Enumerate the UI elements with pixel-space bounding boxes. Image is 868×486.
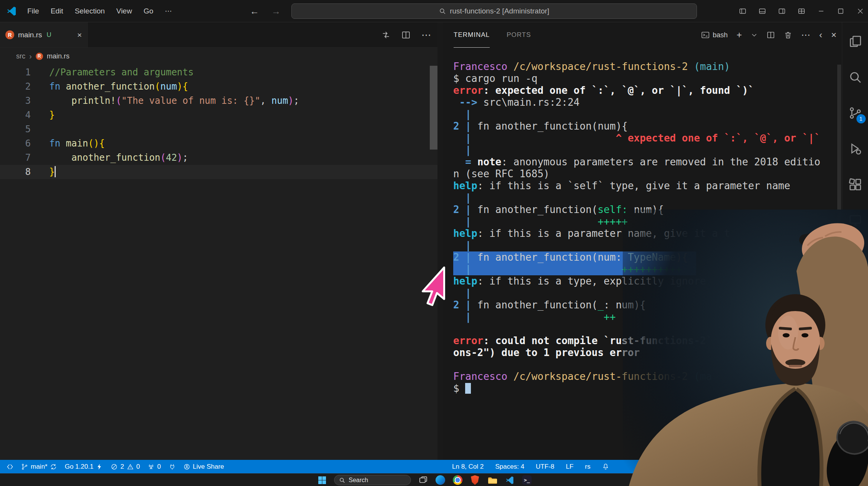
editor-cursor (55, 166, 56, 177)
brave-icon[interactable] (470, 475, 480, 485)
chrome-icon[interactable] (452, 475, 463, 485)
remote-indicator[interactable] (3, 460, 17, 473)
taskbar-search[interactable]: Search (334, 475, 411, 485)
go-version-label: Go 1.20.1 (65, 463, 93, 471)
tab-close-icon[interactable]: × (77, 30, 82, 40)
terminal-line: | (453, 192, 842, 204)
run-and-debug-icon[interactable] (848, 142, 862, 156)
error-count: 2 (120, 463, 124, 471)
code-line: 7 another_function(42); (0, 151, 437, 165)
source-control-icon[interactable]: 1 (848, 106, 862, 120)
split-editor-icon[interactable] (401, 30, 411, 40)
menu-go[interactable]: Go (138, 0, 159, 22)
split-terminal-icon[interactable] (767, 31, 775, 39)
terminal-line: $ cargo run -q (453, 73, 842, 85)
line-number: 7 (0, 151, 31, 165)
customize-layout-icon[interactable] (798, 7, 805, 15)
terminal-toolbar: bash + ⋯ ‹ × (701, 22, 836, 48)
start-button[interactable] (317, 475, 327, 485)
code-line: 4} (0, 108, 437, 122)
rust-file-icon: R (36, 53, 43, 60)
explorer-icon[interactable] (848, 35, 862, 48)
tab-main-rs[interactable]: R main.rs U × (0, 22, 88, 47)
tab-label: main.rs (18, 31, 42, 39)
compare-changes-icon[interactable] (381, 30, 391, 40)
new-terminal-button[interactable]: + (737, 31, 742, 39)
editor-scrollbar[interactable] (430, 66, 437, 150)
live-share-label: Live Share (193, 463, 224, 471)
code-line: 8} (0, 165, 437, 179)
sync-icon (50, 463, 57, 470)
live-share-button[interactable]: Live Share (180, 460, 228, 473)
eol-sequence[interactable]: LF (566, 463, 574, 471)
menu-file[interactable]: File (22, 0, 45, 22)
menu-overflow[interactable]: ⋯ (159, 0, 178, 22)
bell-icon[interactable] (602, 463, 609, 470)
problems-indicator[interactable]: 2 0 (107, 460, 143, 473)
editor-panel-sash[interactable] (437, 22, 443, 460)
scm-badge: 1 (856, 114, 866, 123)
layout-sidebar-right-icon[interactable] (778, 7, 786, 15)
search-icon[interactable] (848, 70, 862, 84)
nav-forward-button[interactable]: → (271, 0, 281, 22)
edge-icon[interactable] (435, 475, 446, 485)
line-number: 2 (0, 80, 31, 94)
nav-back-button[interactable]: ← (250, 0, 259, 22)
terminal-more-actions-icon[interactable]: ⋯ (801, 31, 810, 39)
lightning-icon (96, 463, 103, 470)
menu-bar: File Edit Selection View Go ⋯ (22, 0, 178, 22)
close-icon[interactable] (856, 7, 864, 15)
panel-header: TERMINAL PORTS bash + ⋯ ‹ × (443, 22, 842, 48)
shell-label: bash (713, 31, 728, 39)
file-explorer-icon[interactable] (487, 475, 497, 485)
close-panel-icon[interactable]: × (831, 31, 836, 39)
line-number: 3 (0, 94, 31, 108)
terminal-app-icon[interactable]: >_ (522, 475, 532, 485)
mouse-cursor (416, 266, 448, 309)
task-view-icon[interactable] (418, 475, 428, 485)
language-mode[interactable]: rs (585, 463, 590, 471)
shell-indicator[interactable]: bash (701, 31, 728, 39)
terminal-line: n (see RFC 1685) (453, 168, 842, 180)
ports-indicator[interactable]: 0 (144, 460, 164, 473)
code-editor[interactable]: 1//Parameters and arguments2fn another_f… (0, 65, 437, 460)
breadcrumb-folder[interactable]: src (16, 52, 25, 60)
kill-terminal-icon[interactable] (784, 31, 792, 39)
extensions-icon[interactable] (848, 178, 862, 191)
webcam-overlay (623, 210, 868, 486)
terminal-line: | (453, 144, 842, 156)
cursor-position[interactable]: Ln 8, Col 2 (452, 463, 484, 471)
taskbar-center: Search >_ (317, 474, 532, 486)
code-lines: 1//Parameters and arguments2fn another_f… (0, 65, 437, 460)
line-number: 8 (0, 165, 31, 179)
launch-indicator[interactable] (165, 460, 179, 473)
panel-chevron-left-icon[interactable]: ‹ (819, 31, 822, 39)
editor-more-actions-icon[interactable]: ⋯ (421, 30, 431, 40)
code-line: 1//Parameters and arguments (0, 65, 437, 80)
vscode-taskbar-icon[interactable] (504, 475, 515, 485)
menu-view[interactable]: View (111, 0, 138, 22)
go-version-indicator[interactable]: Go 1.20.1 (61, 460, 106, 473)
tab-ports[interactable]: PORTS (507, 22, 531, 48)
layout-sidebar-left-icon[interactable] (739, 7, 747, 15)
editor-actions: ⋯ (381, 22, 431, 47)
indentation[interactable]: Spaces: 4 (495, 463, 524, 471)
minimize-icon[interactable] (817, 7, 825, 15)
warning-count: 0 (136, 463, 140, 471)
editor-tab-bar: R main.rs U × ⋯ (0, 22, 437, 48)
vscode-logo-icon (6, 6, 17, 17)
chevron-down-icon[interactable] (751, 32, 758, 38)
maximize-icon[interactable] (837, 7, 845, 15)
command-center-search[interactable]: rust-functions-2 [Administrator] (291, 3, 697, 19)
line-number: 1 (0, 65, 31, 80)
webcam-person (623, 210, 868, 486)
branch-indicator[interactable]: main* (18, 460, 60, 473)
plug-icon (169, 463, 176, 470)
terminal-cursor (465, 383, 471, 394)
encoding[interactable]: UTF-8 (536, 463, 554, 471)
breadcrumb-file[interactable]: main.rs (47, 52, 70, 60)
menu-edit[interactable]: Edit (45, 0, 69, 22)
layout-panel-icon[interactable] (758, 7, 766, 15)
menu-selection[interactable]: Selection (69, 0, 110, 22)
tab-terminal[interactable]: TERMINAL (454, 22, 490, 48)
